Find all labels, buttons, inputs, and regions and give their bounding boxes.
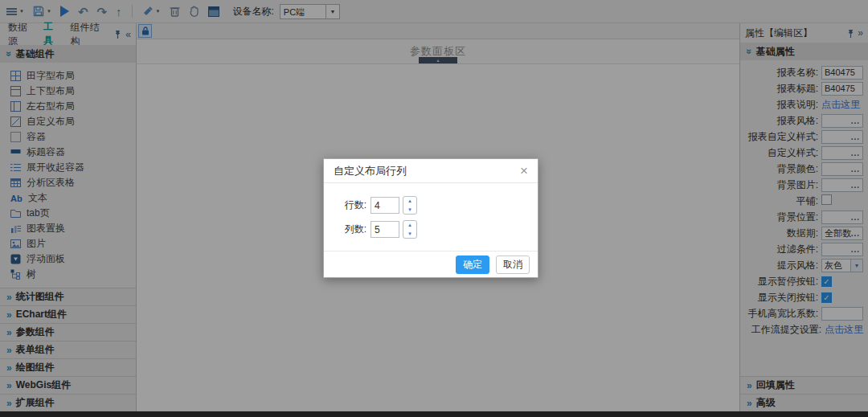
dialog-body: 行数: ▲ ▼ 列数: ▲ ▼ <box>324 183 538 251</box>
close-icon[interactable]: × <box>520 164 528 178</box>
dialog-title: 自定义布局行列 <box>334 164 407 178</box>
cols-field-row: 列数: ▲ ▼ <box>324 220 538 239</box>
stepper-down-icon[interactable]: ▼ <box>403 230 416 239</box>
rows-field-row: 行数: ▲ ▼ <box>324 196 538 215</box>
stepper-up-icon[interactable]: ▲ <box>403 197 416 206</box>
rows-label: 行数: <box>324 198 371 212</box>
dialog-title-bar: 自定义布局行列 × <box>324 159 538 183</box>
dialog-footer: 确定 取消 <box>324 251 538 277</box>
rows-stepper[interactable]: ▲ ▼ <box>403 196 417 215</box>
rows-input[interactable] <box>371 197 399 214</box>
cancel-button[interactable]: 取消 <box>496 256 530 274</box>
cols-input[interactable] <box>371 221 399 238</box>
custom-layout-dialog: 自定义布局行列 × 行数: ▲ ▼ 列数: ▲ ▼ 确定 <box>323 158 538 278</box>
cols-label: 列数: <box>324 223 371 236</box>
stepper-down-icon[interactable]: ▼ <box>403 206 416 215</box>
cols-stepper[interactable]: ▲ ▼ <box>403 220 417 239</box>
stepper-up-icon[interactable]: ▲ <box>403 221 416 230</box>
report-designer-app: ▼ ▼ ↶ ↷ ↑ ▼ 设备名称: <box>0 0 868 417</box>
ok-button[interactable]: 确定 <box>456 256 489 274</box>
